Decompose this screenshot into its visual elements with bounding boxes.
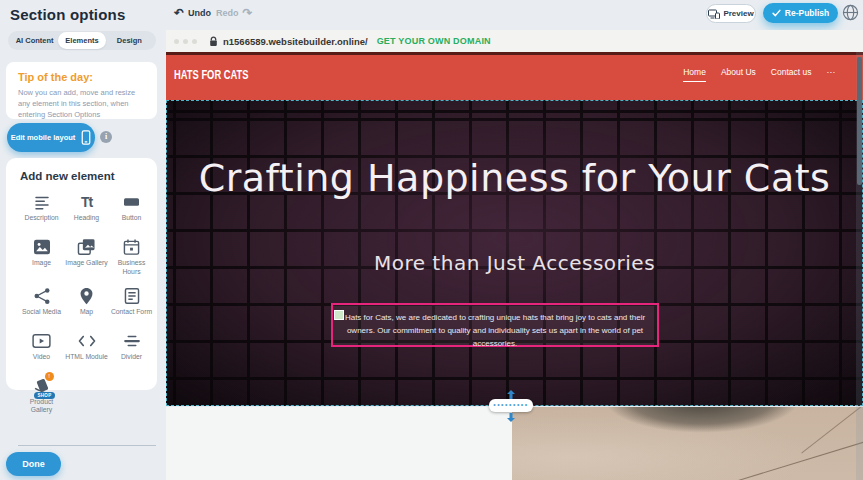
business-hours-icon [123, 237, 140, 257]
info-icon[interactable]: i [100, 131, 112, 143]
lock-icon [209, 36, 218, 47]
element-map[interactable]: Map [65, 286, 108, 322]
browser-dot-icon [174, 39, 179, 44]
preview-browser-bar: n1566589.websitebuilder.online/ GET YOUR… [166, 30, 863, 52]
element-drag-handle[interactable] [334, 310, 344, 320]
mobile-phone-icon [81, 130, 91, 145]
site-logo[interactable]: HATS FOR CATS [174, 68, 249, 82]
tip-title: Tip of the day: [18, 71, 145, 83]
get-your-own-domain-link[interactable]: GET YOUR OWN DOMAIN [377, 36, 491, 46]
new-badge-icon: ! [45, 372, 54, 381]
hero-paragraph-selected[interactable]: Hats for Cats, we are dedicated to craft… [331, 303, 659, 347]
app-window: Section options ↶ Undo Redo ↷ Preview Re… [0, 0, 863, 480]
element-product-gallery[interactable]: ! SHOP Product Gallery [20, 376, 63, 416]
element-divider[interactable]: Divider [110, 331, 153, 367]
image-gallery-icon [77, 237, 96, 257]
language-globe-button[interactable] [842, 4, 859, 21]
next-section-image[interactable] [512, 407, 863, 480]
heading-icon: Tt [81, 192, 92, 212]
republish-button[interactable]: Re-Publish [763, 3, 838, 23]
tab-design[interactable]: Design [106, 32, 153, 49]
devices-icon [708, 9, 720, 19]
done-button[interactable]: Done [6, 452, 61, 476]
hero-subheading[interactable]: More than Just Accessories [167, 251, 862, 275]
pavement-crack [730, 436, 863, 480]
sidebar-tabbar: AI Content Elements Design [8, 31, 156, 50]
nav-more-icon[interactable]: ⋯ [827, 67, 836, 81]
element-video[interactable]: Video [20, 331, 63, 367]
tip-body: Now you can add, move and resize any ele… [18, 88, 145, 121]
undo-label: Undo [188, 8, 211, 18]
redo-button[interactable]: Redo ↷ [216, 8, 253, 18]
preview-label: Preview [723, 9, 753, 18]
description-icon [33, 192, 51, 212]
section-resize-handle[interactable]: ••••••••• [489, 399, 533, 412]
video-icon [32, 331, 51, 351]
edit-mobile-layout-button[interactable]: Edit mobile layout [7, 123, 95, 152]
page-title: Section options [10, 6, 126, 23]
tab-elements[interactable]: Elements [58, 32, 105, 49]
button-icon [122, 192, 141, 212]
divider-icon [123, 331, 141, 351]
element-image[interactable]: Image [20, 237, 63, 277]
tab-ai-content[interactable]: AI Content [11, 32, 58, 49]
undo-button[interactable]: ↶ Undo [174, 8, 211, 18]
redo-icon: ↷ [243, 8, 253, 18]
site-header[interactable]: HATS FOR CATS Home About Us Contact us ⋯ [166, 52, 863, 100]
hero-heading[interactable]: Crafting Happiness for Your Cats [167, 156, 862, 202]
next-section-background[interactable] [166, 407, 512, 480]
element-business-hours[interactable]: Business Hours [110, 237, 153, 277]
add-element-panel: Add new element Description Tt Heading B… [6, 158, 157, 390]
edit-mobile-label: Edit mobile layout [11, 133, 76, 142]
undo-icon: ↶ [174, 8, 184, 18]
republish-label: Re-Publish [785, 8, 829, 18]
sidebar-divider [18, 445, 156, 446]
pavement-crack [801, 407, 863, 454]
browser-dot-icon [183, 39, 188, 44]
element-button[interactable]: Button [110, 192, 153, 228]
map-icon [79, 286, 94, 306]
social-media-icon [33, 286, 51, 306]
shop-badge: SHOP [34, 392, 56, 399]
element-description[interactable]: Description [20, 192, 63, 228]
html-module-icon [78, 331, 96, 351]
element-html-module[interactable]: HTML Module [65, 331, 108, 367]
element-social-media[interactable]: Social Media [20, 286, 63, 322]
contact-form-icon [124, 286, 140, 306]
nav-about-us[interactable]: About Us [721, 67, 756, 81]
resize-arrow-down-icon [505, 413, 517, 421]
check-icon [772, 9, 781, 17]
tip-of-the-day-card: Tip of the day: Now you can add, move an… [6, 62, 157, 119]
add-element-title: Add new element [20, 170, 151, 182]
image-icon [33, 237, 51, 257]
element-heading[interactable]: Tt Heading [65, 192, 108, 228]
site-nav: Home About Us Contact us ⋯ [683, 67, 835, 82]
nav-contact-us[interactable]: Contact us [771, 67, 812, 81]
hero-paragraph-text: Hats for Cats, we are dedicated to craft… [345, 313, 645, 348]
grip-dots-icon: ••••••••• [493, 402, 529, 407]
browser-dot-icon [192, 39, 197, 44]
element-grid: Description Tt Heading Button Image [20, 192, 151, 415]
element-image-gallery[interactable]: Image Gallery [65, 237, 108, 277]
element-contact-form[interactable]: Contact Form [110, 286, 153, 322]
redo-label: Redo [216, 8, 239, 18]
preview-scrollbar-thumb[interactable] [857, 57, 862, 185]
hero-section-selected[interactable]: Crafting Happiness for Your Cats More th… [166, 100, 863, 406]
preview-button[interactable]: Preview [706, 4, 756, 23]
product-gallery-icon: ! SHOP [32, 376, 52, 396]
nav-home[interactable]: Home [683, 67, 706, 82]
site-url: n1566589.websitebuilder.online/ [223, 36, 368, 47]
resize-arrow-up-icon [505, 390, 517, 398]
